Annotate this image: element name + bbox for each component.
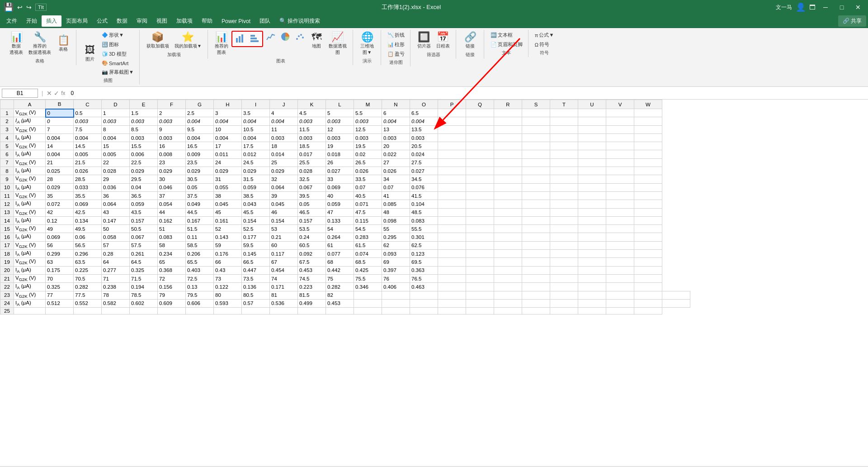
cell[interactable]: 0.004	[270, 117, 298, 125]
cell[interactable]	[494, 208, 522, 216]
cell[interactable]: 32	[270, 175, 298, 183]
cell[interactable]	[382, 308, 410, 315]
shape-btn[interactable]: 🔷 形状▼	[100, 31, 136, 39]
cell[interactable]	[550, 109, 578, 117]
cell[interactable]: 81	[270, 291, 298, 299]
cell[interactable]: 0.238	[102, 283, 130, 291]
cell[interactable]	[550, 308, 578, 315]
cell[interactable]: IA (μA)	[14, 216, 46, 224]
cell[interactable]	[550, 167, 578, 175]
cell[interactable]: 0.003	[158, 133, 186, 142]
cell[interactable]	[466, 291, 494, 299]
cell[interactable]: 0.463	[410, 283, 438, 291]
cell[interactable]: IA (μA)	[14, 266, 46, 274]
cell[interactable]	[102, 308, 130, 315]
cell[interactable]	[578, 191, 606, 200]
cell[interactable]	[578, 183, 606, 191]
cell[interactable]	[578, 266, 606, 274]
cell[interactable]: 81.5	[298, 291, 326, 299]
cell[interactable]: 77.5	[74, 291, 102, 299]
cell[interactable]: VG2K (V)	[14, 258, 46, 266]
cell[interactable]: 53	[270, 225, 298, 233]
cell[interactable]: 68	[326, 258, 354, 266]
cell[interactable]: 15	[102, 142, 130, 150]
cell[interactable]: 0.145	[242, 250, 270, 258]
cell[interactable]: 30.5	[186, 175, 214, 183]
cell[interactable]: 27	[382, 158, 410, 167]
cell[interactable]: 59.5	[242, 241, 270, 249]
sparkline-line-btn[interactable]: 📉 折线	[386, 31, 406, 39]
cell[interactable]: 0.093	[382, 250, 410, 258]
cell[interactable]	[578, 233, 606, 241]
cell[interactable]	[634, 150, 662, 158]
cell[interactable]: 72	[158, 274, 186, 282]
cell[interactable]: 66.5	[242, 258, 270, 266]
cell[interactable]	[466, 274, 494, 282]
cell[interactable]	[522, 142, 550, 150]
cell[interactable]	[634, 183, 662, 191]
cell[interactable]	[634, 167, 662, 175]
cell[interactable]	[606, 225, 634, 233]
cell[interactable]: 0.029	[46, 183, 74, 191]
cell[interactable]: 16	[158, 142, 186, 150]
cell[interactable]: IA (μA)	[14, 167, 46, 175]
pie-chart-btn[interactable]	[278, 31, 292, 47]
cell[interactable]	[550, 216, 578, 224]
cell[interactable]	[354, 299, 382, 307]
cell[interactable]: 0.325	[130, 266, 158, 274]
cell[interactable]	[550, 191, 578, 200]
cell[interactable]: 0.301	[410, 233, 438, 241]
cell[interactable]: 0.136	[242, 283, 270, 291]
cell[interactable]	[522, 208, 550, 216]
cell[interactable]	[634, 225, 662, 233]
cell[interactable]	[438, 216, 466, 224]
cell[interactable]: 7	[46, 125, 74, 133]
cell[interactable]	[438, 150, 466, 158]
cell[interactable]: 0.005	[74, 150, 102, 158]
cell[interactable]	[634, 241, 662, 249]
cell[interactable]	[494, 233, 522, 241]
cell[interactable]: 0.28	[102, 250, 130, 258]
cell[interactable]	[522, 258, 550, 266]
cell[interactable]	[438, 167, 466, 175]
cell[interactable]	[522, 183, 550, 191]
cell[interactable]: 78	[102, 291, 130, 299]
cell[interactable]: 0.029	[242, 167, 270, 175]
col-header-d[interactable]: D	[102, 100, 130, 109]
cell[interactable]: 0.003	[102, 117, 130, 125]
cell[interactable]: 0.453	[326, 299, 354, 307]
cell[interactable]: 0.026	[74, 167, 102, 175]
cell[interactable]	[494, 258, 522, 266]
cell[interactable]: 0.606	[186, 299, 214, 307]
cell[interactable]: 27.5	[410, 158, 438, 167]
cell[interactable]: 46	[270, 208, 298, 216]
cell[interactable]	[634, 109, 662, 117]
cell[interactable]: 0.442	[326, 266, 354, 274]
cell[interactable]: 0.175	[46, 266, 74, 274]
cell[interactable]: 5.5	[354, 109, 382, 117]
cell[interactable]: 0.003	[326, 133, 354, 142]
cell[interactable]: 0.076	[410, 183, 438, 191]
cell[interactable]	[466, 167, 494, 175]
cell[interactable]: 56.5	[74, 241, 102, 249]
cell[interactable]: 64	[102, 258, 130, 266]
cell[interactable]	[606, 125, 634, 133]
cell[interactable]: 0.003	[298, 133, 326, 142]
cell[interactable]: 0.012	[242, 150, 270, 158]
cell[interactable]	[578, 258, 606, 266]
cell[interactable]: 41	[382, 191, 410, 200]
cell[interactable]	[438, 291, 466, 299]
cell[interactable]: 9	[158, 125, 186, 133]
cell[interactable]	[522, 266, 550, 274]
cell[interactable]	[606, 308, 634, 315]
cell[interactable]: 43	[102, 208, 130, 216]
cell[interactable]: 23	[158, 158, 186, 167]
cell[interactable]	[522, 109, 550, 117]
cell[interactable]	[634, 274, 662, 282]
cell[interactable]	[494, 283, 522, 291]
cell[interactable]: 0.5	[74, 109, 102, 117]
cell[interactable]	[522, 175, 550, 183]
cell[interactable]	[634, 158, 662, 167]
cell[interactable]: 0.027	[410, 167, 438, 175]
cell[interactable]: 0.004	[242, 117, 270, 125]
